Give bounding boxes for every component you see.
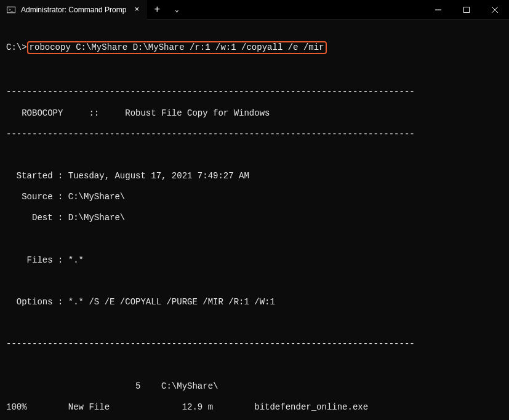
tab-close-button[interactable]: × bbox=[131, 5, 142, 14]
file-row: 100% New File 12.9 m bitdefender_online.… bbox=[6, 402, 503, 413]
source-line: Source : C:\MyShare\ bbox=[6, 192, 503, 202]
robocopy-header: ROBOCOPY :: Robust File Copy for Windows bbox=[6, 108, 503, 119]
close-window-button[interactable] bbox=[481, 0, 509, 20]
prompt-text: C:\> bbox=[6, 42, 27, 52]
new-tab-button[interactable]: + bbox=[147, 0, 167, 20]
dest-line: Dest : D:\MyShare\ bbox=[6, 213, 503, 223]
separator-line: ----------------------------------------… bbox=[6, 339, 503, 349]
maximize-button[interactable] bbox=[452, 0, 481, 20]
window-titlebar: >_ Administrator: Command Promp × + ⌄ bbox=[0, 0, 509, 20]
command-highlight: robocopy C:\MyShare D:\MyShare /r:1 /w:1… bbox=[27, 41, 327, 54]
terminal-output[interactable]: C:\>robocopy C:\MyShare D:\MyShare /r:1 … bbox=[0, 20, 509, 420]
tab-dropdown-button[interactable]: ⌄ bbox=[167, 0, 186, 20]
files-filter-line: Files : *.* bbox=[6, 255, 503, 266]
blank-line bbox=[6, 66, 503, 76]
minimize-button[interactable] bbox=[424, 0, 452, 20]
dir-header-line: 5 C:\MyShare\ bbox=[6, 381, 503, 392]
command-text: robocopy C:\MyShare D:\MyShare /r:1 /w:1… bbox=[30, 42, 324, 52]
terminal-tab[interactable]: >_ Administrator: Command Promp × bbox=[0, 0, 147, 20]
blank-line bbox=[6, 360, 503, 370]
tab-title: Administrator: Command Promp bbox=[21, 6, 126, 14]
terminal-icon: >_ bbox=[6, 5, 16, 15]
blank-line bbox=[6, 276, 503, 287]
started-line: Started : Tuesday, August 17, 2021 7:49:… bbox=[6, 171, 503, 181]
blank-line bbox=[6, 318, 503, 328]
blank-line bbox=[6, 234, 503, 244]
svg-text:>_: >_ bbox=[9, 7, 14, 12]
svg-rect-3 bbox=[464, 7, 470, 12]
options-line: Options : *.* /S /E /COPYALL /PURGE /MIR… bbox=[6, 297, 503, 307]
separator-line: ----------------------------------------… bbox=[6, 87, 503, 97]
separator-line: ----------------------------------------… bbox=[6, 129, 503, 140]
command-line: C:\>robocopy C:\MyShare D:\MyShare /r:1 … bbox=[6, 41, 503, 54]
blank-line bbox=[6, 150, 503, 160]
